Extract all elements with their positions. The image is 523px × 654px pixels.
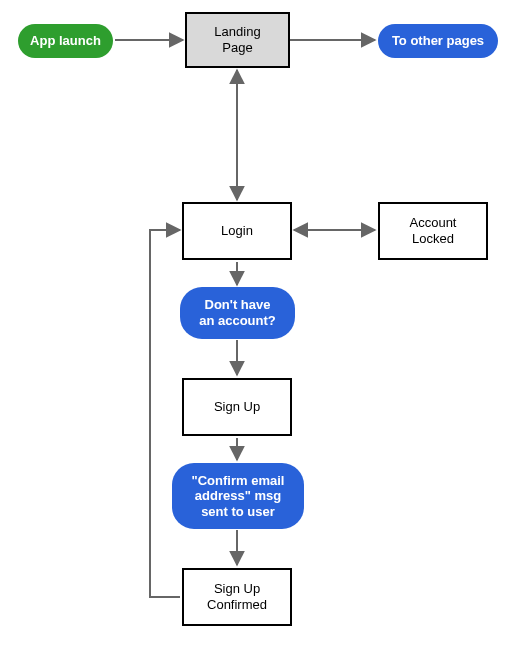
page-node-sign-up: Sign Up <box>182 378 292 436</box>
page-node-sign-up-confirmed: Sign Up Confirmed <box>182 568 292 626</box>
page-node-landing-page: Landing Page <box>185 12 290 68</box>
flow-diagram: App launch Landing Page To other pages L… <box>0 0 523 654</box>
label: Account Locked <box>410 215 457 246</box>
label: Don't have an account? <box>199 297 276 328</box>
start-node-app-launch: App launch <box>18 24 113 58</box>
decision-node-no-account: Don't have an account? <box>180 287 295 339</box>
label: App launch <box>30 33 101 49</box>
label: Login <box>221 223 253 239</box>
page-node-login: Login <box>182 202 292 260</box>
page-node-account-locked: Account Locked <box>378 202 488 260</box>
label: Sign Up Confirmed <box>207 581 267 612</box>
label: Landing Page <box>214 24 260 55</box>
link-node-to-other-pages: To other pages <box>378 24 498 58</box>
label: Sign Up <box>214 399 260 415</box>
message-node-confirm-email: "Confirm email address" msg sent to user <box>172 463 304 529</box>
label: To other pages <box>392 33 484 49</box>
label: "Confirm email address" msg sent to user <box>192 473 285 520</box>
